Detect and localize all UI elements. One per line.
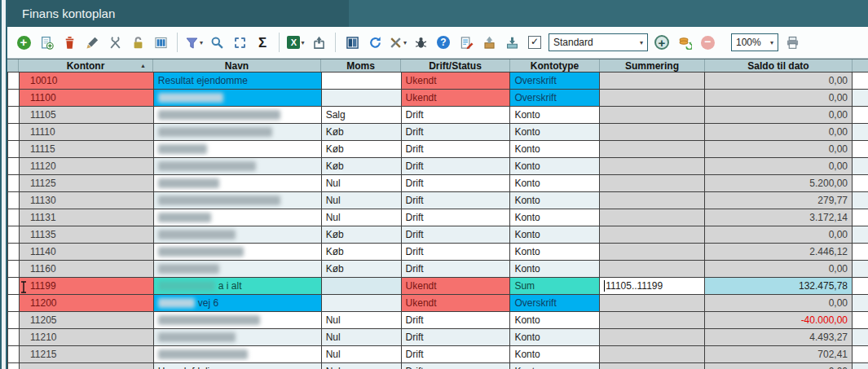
cell-moms[interactable]: [322, 90, 402, 106]
cell-moms[interactable]: [322, 72, 402, 89]
cell-kontotype[interactable]: Konto: [510, 244, 600, 260]
cell-kontonr[interactable]: 11130: [20, 192, 154, 209]
cell-kontotype[interactable]: Konto: [510, 124, 600, 140]
cell-drift-status[interactable]: Drift: [402, 346, 511, 362]
cell-saldo[interactable]: 0,00: [705, 295, 853, 311]
cell-drift-status[interactable]: Drift: [402, 226, 511, 243]
column-header-extra[interactable]: [853, 59, 868, 72]
add-button[interactable]: +: [15, 33, 33, 51]
cell-saldo[interactable]: 2.446,12: [705, 244, 853, 260]
cell-kontotype[interactable]: Konto: [510, 312, 600, 328]
cell-kontonr[interactable]: 11199: [20, 278, 154, 294]
cell-navn[interactable]: [154, 90, 322, 106]
cell-moms[interactable]: Nul: [322, 312, 402, 328]
cell-summering[interactable]: [600, 346, 705, 362]
cell-kontotype[interactable]: Konto: [510, 175, 600, 191]
column-header-drift[interactable]: Drift/Status: [401, 59, 510, 72]
cell-drift-status[interactable]: Drift: [402, 107, 511, 123]
cell-drift-status[interactable]: Ukendt: [402, 278, 511, 294]
cell-drift-status[interactable]: Drift: [402, 312, 511, 328]
cell-summering[interactable]: [600, 192, 705, 209]
checkbox-checked[interactable]: ✓: [526, 33, 544, 51]
cell-kontonr[interactable]: 11110: [20, 124, 154, 140]
cell-saldo[interactable]: 279,77: [705, 192, 853, 209]
column-header-saldo[interactable]: Saldo til dato: [705, 59, 853, 72]
cell-extra[interactable]: [853, 329, 868, 345]
cell-summering[interactable]: [600, 244, 705, 260]
cell-kontonr[interactable]: [20, 363, 154, 369]
cell-kontonr[interactable]: 11200: [20, 295, 154, 311]
cell-saldo[interactable]: 132.475,78: [705, 278, 853, 294]
cell-kontonr[interactable]: 11115: [20, 141, 154, 157]
edit-button[interactable]: [83, 33, 101, 51]
cell-summering[interactable]: [600, 209, 705, 226]
cell-saldo[interactable]: 0,00: [705, 72, 853, 89]
cell-drift-status[interactable]: Drift: [402, 192, 511, 209]
cell-extra[interactable]: [853, 158, 868, 174]
add-circle-button[interactable]: +: [653, 33, 671, 51]
cell-extra[interactable]: [853, 141, 868, 157]
cell-summering[interactable]: [600, 72, 705, 89]
cell-extra[interactable]: [853, 312, 868, 328]
cell-moms[interactable]: Køb: [322, 158, 402, 174]
cell-saldo[interactable]: 702,41: [705, 346, 853, 362]
cell-extra[interactable]: [853, 295, 868, 311]
cell-navn[interactable]: [154, 192, 322, 209]
filter-button[interactable]: ▾: [185, 33, 203, 51]
tools-x-button[interactable]: ▾: [389, 33, 407, 51]
row-selector[interactable]: [8, 226, 20, 243]
cell-drift-status[interactable]: Ukendt: [402, 90, 511, 106]
cell-drift-status[interactable]: Drift: [402, 209, 511, 226]
row-selector[interactable]: [8, 107, 20, 123]
import-button[interactable]: [503, 33, 521, 51]
cell-kontonr[interactable]: 11100: [20, 90, 154, 106]
cell-kontonr[interactable]: 11140: [20, 244, 154, 260]
row-selector[interactable]: [8, 124, 20, 140]
cell-drift-status[interactable]: Drift: [402, 261, 511, 277]
row-selector[interactable]: [8, 141, 20, 157]
cell-kontotype[interactable]: Konto: [510, 226, 600, 243]
cell-extra[interactable]: [853, 209, 868, 226]
cell-navn[interactable]: [154, 329, 322, 345]
row-selector[interactable]: [8, 363, 20, 369]
row-selector[interactable]: [8, 90, 20, 106]
cell-summering[interactable]: [600, 329, 705, 345]
row-selector[interactable]: [8, 278, 20, 294]
cell-drift-status[interactable]: Drift: [402, 141, 511, 157]
lock-button[interactable]: [129, 33, 147, 51]
cell-moms[interactable]: Nul: [322, 192, 402, 209]
cell-summering[interactable]: [600, 175, 705, 191]
cell-kontotype[interactable]: Overskrift: [510, 72, 600, 89]
cell-saldo[interactable]: 0,00: [705, 124, 853, 140]
cell-saldo[interactable]: 0,00: [705, 158, 853, 174]
cell-navn[interactable]: Resultat ejendomme: [154, 72, 322, 89]
row-selector[interactable]: [8, 158, 20, 174]
cell-kontonr[interactable]: 11215: [20, 346, 154, 362]
cell-saldo[interactable]: 0,00: [705, 90, 853, 106]
cell-moms[interactable]: Nul: [322, 346, 402, 362]
cell-summering[interactable]: [600, 312, 705, 328]
cell-drift-status[interactable]: Drift: [402, 329, 511, 345]
column-header-kontonr[interactable]: Kontonr▲: [19, 59, 153, 72]
cell-drift-status[interactable]: Drift: [402, 244, 511, 260]
cell-navn[interactable]: [154, 209, 322, 226]
cell-kontotype[interactable]: Overskrift: [510, 295, 600, 311]
cell-extra[interactable]: [853, 90, 868, 106]
cell-navn[interactable]: [154, 158, 322, 174]
cell-kontotype[interactable]: Konto: [510, 209, 600, 226]
cell-navn[interactable]: a i alt: [154, 278, 322, 294]
cell-saldo[interactable]: -40.000,00: [705, 312, 853, 328]
profile-select[interactable]: Standard▾: [549, 33, 648, 51]
row-selector[interactable]: [8, 209, 20, 226]
cell-navn[interactable]: Hovedafdeling: [154, 363, 322, 369]
cell-kontotype[interactable]: Konto: [510, 346, 600, 362]
delete-button[interactable]: [60, 33, 78, 51]
cell-drift-status[interactable]: Drift: [402, 363, 511, 369]
cell-kontonr[interactable]: 11131: [20, 209, 154, 226]
cell-kontonr[interactable]: 11210: [20, 329, 154, 345]
cell-moms[interactable]: [322, 295, 402, 311]
cell-kontonr[interactable]: 11105: [20, 107, 154, 123]
cell-summering[interactable]: [600, 107, 705, 123]
cell-drift-status[interactable]: Drift: [402, 175, 511, 191]
refresh-button[interactable]: [366, 33, 384, 51]
